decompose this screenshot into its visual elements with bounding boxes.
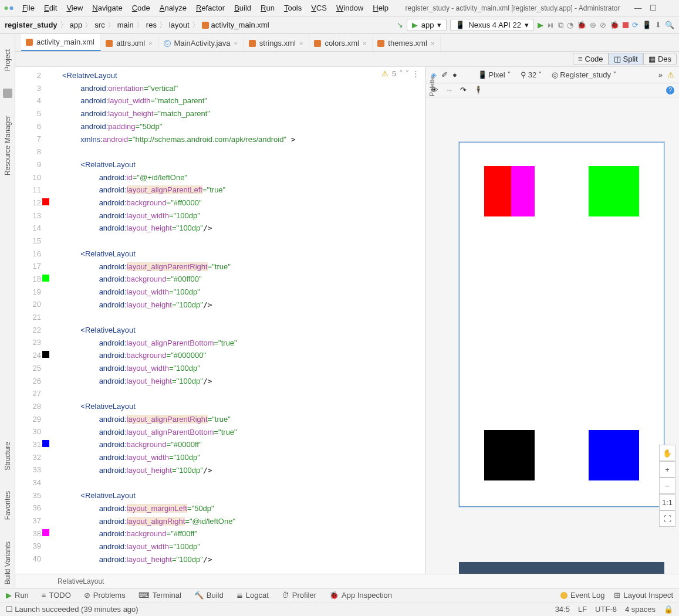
project-icon[interactable] bbox=[3, 89, 12, 98]
arrows-icon[interactable]: ↔ bbox=[445, 86, 453, 94]
preview-api[interactable]: ⚲ 32 ˅ bbox=[518, 69, 545, 80]
run-button[interactable]: ▶ bbox=[538, 21, 543, 29]
terminal-tool[interactable]: ⌨Terminal bbox=[138, 591, 181, 600]
close-icon[interactable]: × bbox=[363, 40, 366, 47]
resource-manager-tool[interactable]: Resource Manager bbox=[4, 112, 12, 179]
zoom-in-button[interactable]: + bbox=[659, 461, 675, 478]
menu-edit[interactable]: Edit bbox=[40, 2, 60, 13]
tab-themes[interactable]: themes.xml× bbox=[373, 35, 441, 51]
more-icon[interactable]: » bbox=[658, 70, 663, 79]
zoom-actual-button[interactable]: ⛶ bbox=[659, 510, 675, 527]
design-view-button[interactable]: ▦Des bbox=[643, 53, 677, 65]
build-tool[interactable]: 🔨Build bbox=[194, 591, 224, 600]
code-area[interactable]: <RelativeLayout android:orientation="ver… bbox=[47, 67, 425, 574]
up-icon[interactable]: ˆ bbox=[400, 69, 402, 78]
tab-activity-main[interactable]: activity_main.xml bbox=[21, 34, 101, 51]
profiler-tool[interactable]: ⏱Profiler bbox=[282, 591, 316, 600]
line-sep[interactable]: LF bbox=[578, 605, 587, 614]
preview-theme[interactable]: ◎ Register_study ˅ bbox=[549, 69, 619, 80]
attach-button[interactable]: ⊕ bbox=[590, 21, 596, 29]
close-button[interactable] bbox=[664, 4, 673, 12]
menu-window[interactable]: Window bbox=[333, 2, 367, 13]
crumb-app[interactable]: app bbox=[70, 21, 83, 29]
device-selector[interactable]: 📱Nexus 4 API 22▾ bbox=[450, 19, 534, 31]
logcat-tool[interactable]: ≣Logcat bbox=[237, 591, 269, 600]
crumb-res[interactable]: res bbox=[146, 21, 157, 29]
tab-strings[interactable]: strings.xml× bbox=[244, 35, 310, 51]
profile-button[interactable]: ◔ bbox=[567, 21, 573, 29]
menu-help[interactable]: Help bbox=[369, 2, 392, 13]
split-view-button[interactable]: ◫Split bbox=[609, 53, 643, 65]
tab-colors[interactable]: colors.xml× bbox=[309, 35, 373, 51]
favorites-tool[interactable]: Favorites bbox=[4, 488, 12, 523]
lock-icon[interactable]: 🔒 bbox=[664, 605, 673, 614]
debug2-button[interactable]: 🐞 bbox=[577, 21, 586, 29]
run-tool[interactable]: ▶Run bbox=[6, 591, 29, 600]
attach3-button[interactable]: 🐞 bbox=[610, 21, 619, 29]
menu-vcs[interactable]: VCS bbox=[308, 2, 330, 13]
sync-button[interactable]: ⟳ bbox=[632, 21, 639, 29]
menu-analyze[interactable]: Analyze bbox=[156, 2, 190, 13]
layout-inspector-tool[interactable]: ⊞Layout Inspect bbox=[614, 591, 673, 600]
preview-canvas[interactable]: ✋ + − 1:1 ⛶ bbox=[426, 97, 679, 574]
todo-tool[interactable]: ≡TODO bbox=[42, 591, 71, 600]
menu-refactor[interactable]: Refactor bbox=[192, 2, 228, 13]
rotate-icon[interactable]: ↷ bbox=[460, 86, 467, 94]
palette-rail-label[interactable]: Palette bbox=[428, 76, 435, 96]
code-editor[interactable]: ⚠5ˆˇ⋮ 2345678910111213141516171819202122… bbox=[15, 67, 426, 574]
tab-mainactivity[interactable]: MainActivity.java× bbox=[159, 35, 244, 51]
crumb-layout[interactable]: layout bbox=[169, 21, 190, 29]
down-icon[interactable]: ˇ bbox=[406, 69, 408, 78]
magnet-icon[interactable]: ● bbox=[452, 70, 457, 79]
crumb-project[interactable]: register_study bbox=[5, 21, 58, 29]
build-variants-tool[interactable]: Build Variants bbox=[4, 538, 12, 588]
indent[interactable]: 4 spaces bbox=[625, 605, 656, 614]
close-icon[interactable]: × bbox=[299, 40, 303, 47]
close-icon[interactable]: × bbox=[148, 40, 152, 47]
debug-button[interactable]: ⏯ bbox=[547, 21, 555, 29]
close-icon[interactable]: × bbox=[234, 40, 237, 47]
structure-tool[interactable]: Structure bbox=[4, 438, 12, 474]
menu-navigate[interactable]: Navigate bbox=[89, 2, 126, 13]
help-icon[interactable]: ? bbox=[666, 86, 674, 94]
menu-file[interactable]: File bbox=[19, 2, 38, 13]
back-nav-icon[interactable]: ↘ bbox=[397, 21, 403, 29]
app-inspection-tool[interactable]: 🐞App Inspection bbox=[329, 591, 392, 600]
more-icon[interactable]: ⋮ bbox=[412, 69, 420, 78]
tab-attrs[interactable]: attrs.xml× bbox=[101, 35, 159, 51]
menu-run[interactable]: Run bbox=[257, 2, 278, 13]
stop-button[interactable] bbox=[623, 22, 629, 28]
inspection-widget[interactable]: ⚠5ˆˇ⋮ bbox=[381, 69, 420, 78]
pan-button[interactable]: ✋ bbox=[659, 445, 675, 461]
menu-tools[interactable]: Tools bbox=[281, 2, 305, 13]
zoom-fit-button[interactable]: 1:1 bbox=[659, 494, 675, 510]
attach2-button[interactable]: ⊘ bbox=[600, 21, 606, 29]
minimize-button[interactable]: — bbox=[633, 4, 643, 12]
menu-code[interactable]: Code bbox=[129, 2, 154, 13]
maximize-button[interactable]: ☐ bbox=[648, 4, 658, 12]
code-view-button[interactable]: ≡Code bbox=[573, 53, 609, 65]
caret-pos[interactable]: 34:5 bbox=[555, 605, 570, 614]
menu-build[interactable]: Build bbox=[231, 2, 255, 13]
avd-button[interactable]: 📱 bbox=[642, 21, 651, 29]
crumb-src[interactable]: src bbox=[94, 21, 104, 29]
crumb-file[interactable]: activity_main.xml bbox=[211, 21, 269, 29]
warning-badge-icon[interactable]: ⚠ bbox=[667, 70, 674, 79]
lasso-icon[interactable]: ✐ bbox=[441, 70, 448, 79]
encoding[interactable]: UTF-8 bbox=[595, 605, 617, 614]
run-config-selector[interactable]: ▶app▾ bbox=[407, 19, 447, 31]
editor-breadcrumb[interactable]: RelativeLayout bbox=[15, 574, 679, 588]
sdk-button[interactable]: ⬇ bbox=[655, 21, 661, 29]
event-log-tool[interactable]: Event Log bbox=[560, 591, 605, 600]
crumb-main[interactable]: main bbox=[117, 21, 134, 29]
problems-tool[interactable]: ⊘Problems bbox=[84, 591, 126, 600]
close-icon[interactable]: × bbox=[431, 40, 434, 47]
preview-device[interactable]: 📱 Pixel ˅ bbox=[475, 69, 514, 80]
person-icon[interactable]: 🕴 bbox=[474, 86, 483, 94]
menu-view[interactable]: View bbox=[63, 2, 86, 13]
project-tool[interactable]: Project bbox=[4, 46, 12, 75]
search-button[interactable]: 🔍 bbox=[665, 21, 674, 29]
coverage-button[interactable]: ⧉ bbox=[558, 21, 563, 30]
zoom-out-button[interactable]: − bbox=[659, 478, 675, 494]
preview-box-black bbox=[484, 430, 535, 480]
